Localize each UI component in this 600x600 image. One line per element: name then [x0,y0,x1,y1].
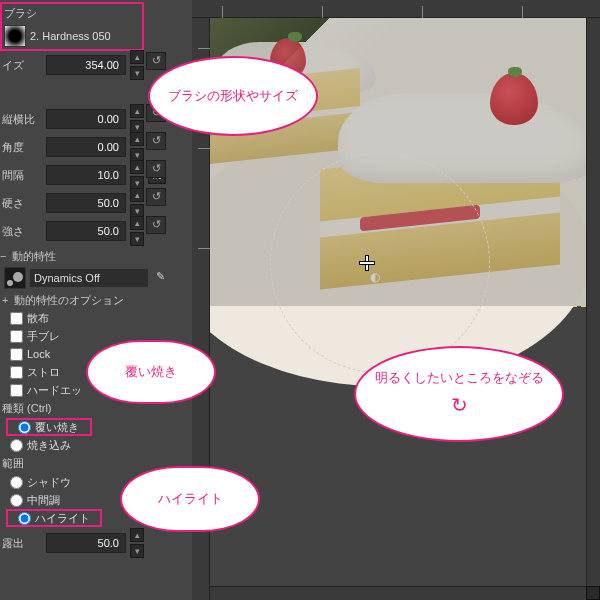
range-highlights-radio[interactable]: ハイライト [6,509,102,527]
stroke-label: ストロ [27,365,60,380]
exposure-row: 露出 50.0 ▴▾ [0,531,172,555]
crosshair-cursor-icon [360,256,374,270]
callout-trace-text: 明るくしたいところをなぞる [375,369,544,387]
dodge-tool-cursor-icon: ◐ [370,270,380,284]
scatter-label: 散布 [27,311,49,326]
scrollbar-vertical[interactable] [586,18,600,586]
angle-reset-icon[interactable]: ↺ [146,132,166,150]
arrow-up-icon[interactable]: ▴ [130,132,144,146]
arrow-up-icon[interactable]: ▴ [130,160,144,174]
type-burn-radio[interactable]: 焼き込み [0,436,172,454]
brush-thumb-icon [4,25,26,47]
force-input[interactable]: 50.0 [46,221,126,241]
callout-highlights-text: ハイライト [158,490,223,508]
arrow-up-icon[interactable]: ▴ [130,188,144,202]
spacing-reset-icon[interactable]: ↺ [146,160,166,178]
callout-brush-shape: ブラシの形状やサイズ [148,56,318,136]
arrow-up-icon[interactable]: ▴ [130,528,144,542]
dynamics-thumb-icon [4,267,26,289]
angle-label: 角度 [0,140,42,155]
pencil-icon[interactable]: ✎ [152,270,168,286]
arrow-down-icon[interactable]: ▾ [130,544,144,558]
size-reset-icon[interactable]: ↺ [146,52,166,70]
ruler-horizontal [192,0,600,18]
brush-selector[interactable]: 2. Hardness 050 [2,23,142,49]
exposure-label: 露出 [0,536,42,551]
canvas-navigator-icon[interactable] [586,586,600,600]
aspect-input[interactable]: 0.00 [46,109,126,129]
hardness-reset-icon[interactable]: ↺ [146,188,166,206]
arrow-up-icon[interactable]: ▴ [130,104,144,118]
callout-dodge: 覆い焼き [86,340,216,404]
dynamics-value: Dynamics Off [30,269,148,287]
brush-heading: ブラシ [2,4,142,23]
dynamics-selector[interactable]: Dynamics Off ✎ [0,265,172,291]
size-input[interactable]: 354.00 [46,55,126,75]
spacing-input[interactable]: 10.0 [46,165,126,185]
force-reset-icon[interactable]: ↺ [146,216,166,234]
hardness-label: 硬さ [0,196,42,211]
scatter-checkbox[interactable]: 散布 [0,309,172,327]
brush-section-highlight: ブラシ 2. Hardness 050 [0,2,144,51]
type-dodge-label: 覆い焼き [35,420,79,435]
refresh-icon: ↻ [451,391,468,419]
hardedge-label: ハードエッ [27,383,82,398]
spacing-label: 間隔 [0,168,42,183]
dynamics-options-heading[interactable]: 動的特性のオプション [0,291,172,309]
callout-highlights: ハイライト [120,466,260,532]
range-midtones-label: 中間調 [27,493,60,508]
angle-input[interactable]: 0.00 [46,137,126,157]
type-dodge-radio[interactable]: 覆い焼き [6,418,92,436]
size-label: イズ [0,58,42,73]
callout-trace: 明るくしたいところをなぞる ↻ [354,346,564,442]
lock-label: Lock [27,348,50,360]
arrow-down-icon[interactable]: ▾ [130,66,144,80]
callout-brush-shape-text: ブラシの形状やサイズ [168,87,298,105]
range-highlights-label: ハイライト [35,511,90,526]
scrollbar-horizontal[interactable] [210,586,586,600]
brush-name: 2. Hardness 050 [30,30,140,42]
exposure-input[interactable]: 50.0 [46,533,126,553]
hardness-input[interactable]: 50.0 [46,193,126,213]
arrow-down-icon[interactable]: ▾ [130,232,144,246]
range-shadows-label: シャドウ [27,475,71,490]
callout-dodge-text: 覆い焼き [125,363,177,381]
arrow-up-icon[interactable]: ▴ [130,50,144,64]
jitter-label: 手ブレ [27,329,60,344]
aspect-label: 縦横比 [0,112,42,127]
dynamics-heading[interactable]: 動的特性 [0,247,172,265]
arrow-up-icon[interactable]: ▴ [130,216,144,230]
type-burn-label: 焼き込み [27,438,71,453]
force-label: 強さ [0,224,42,239]
brush-cursor-outline [270,153,490,373]
